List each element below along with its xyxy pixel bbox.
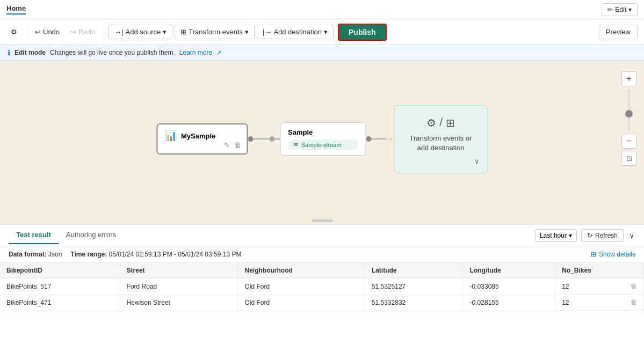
bottom-panel: Test result Authoring errors Last hour ▾…	[0, 224, 644, 345]
undo-button[interactable]: ↩ Undo	[31, 25, 64, 39]
zoom-in-button[interactable]: +	[621, 71, 636, 86]
table-cell: Ford Road	[120, 278, 238, 295]
fit-view-button[interactable]: ⊡	[621, 151, 636, 166]
edit-pencil-icon: ✏	[607, 6, 613, 13]
transform-node-title: Sample	[288, 128, 358, 136]
connector-line-1	[253, 138, 269, 140]
table-row: BikePoints_517Ford RoadOld Ford51.532512…	[0, 278, 644, 295]
dest-icons: ⚙ / ⊞	[426, 116, 455, 129]
add-source-label: Add source	[126, 28, 161, 36]
dest-line1: Transform events or	[410, 134, 472, 142]
toolbar-separator-2	[104, 26, 104, 39]
data-format-value: Json	[48, 251, 62, 258]
add-destination-button[interactable]: |→ Add destination ▾	[257, 25, 334, 39]
add-destination-label: Add destination	[273, 28, 322, 36]
data-info-row: Data format: Json Time range: 05/01/24 0…	[0, 246, 644, 263]
table-cell: 12🗑	[555, 295, 643, 311]
preview-button[interactable]: Preview	[599, 25, 638, 39]
table-body: BikePoints_517Ford RoadOld Ford51.532512…	[0, 278, 644, 311]
zoom-thumb	[625, 110, 633, 118]
toolbar-separator-1	[26, 26, 26, 39]
redo-button[interactable]: ↪ Redo	[66, 25, 99, 39]
dest-slash: /	[439, 116, 443, 129]
transform-dest-icon: ⚙	[426, 116, 436, 129]
time-range-value: 05/01/24 02:59:13 PM - 05/01/24 03:59:13…	[109, 251, 242, 258]
table-cell: BikePoints_471	[0, 295, 120, 311]
connector-1	[248, 136, 280, 142]
home-tab[interactable]: Home	[6, 4, 26, 14]
learn-more-link[interactable]: Learn more	[179, 49, 212, 56]
zoom-out-icon: −	[626, 136, 631, 146]
zoom-out-button[interactable]: −	[621, 134, 636, 149]
transform-node[interactable]: Sample ≋ Sample-stream	[280, 122, 366, 156]
time-range-info: Time range: 05/01/24 02:59:13 PM - 05/01…	[70, 251, 241, 258]
dest-line2: add destination	[417, 144, 464, 152]
transform-events-icon: ⊞	[180, 28, 186, 36]
connector-arrow-icon: →	[386, 135, 394, 143]
title-bar-right: ✏ Edit ▾	[602, 3, 638, 16]
edit-button[interactable]: ✏ Edit ▾	[602, 3, 638, 16]
table-cell: -0.033085	[463, 278, 555, 295]
add-destination-chevron-icon: ▾	[324, 28, 328, 36]
refresh-label: Refresh	[595, 232, 618, 239]
show-details-button[interactable]: ⊞ Show details	[591, 251, 635, 258]
tab-test-result[interactable]: Test result	[9, 226, 59, 244]
col-header-bikepointid: BikepointID	[0, 263, 120, 278]
publish-button[interactable]: Publish	[338, 24, 387, 41]
expand-panel-button[interactable]: ∨	[628, 230, 635, 241]
learn-more-external-icon: ↗	[216, 49, 221, 56]
expand-icon: ∨	[629, 231, 634, 240]
connector-dot-2	[269, 136, 274, 142]
redo-icon: ↪	[70, 28, 76, 36]
undo-icon: ↩	[35, 28, 41, 36]
table-scroll: BikepointID Street Neighbourhood Latitud…	[0, 263, 644, 345]
connector-2: →	[366, 135, 394, 143]
row-delete-icon[interactable]: 🗑	[630, 282, 637, 290]
time-range-select[interactable]: Last hour ▾	[535, 229, 577, 242]
refresh-icon: ↻	[587, 232, 592, 239]
data-format-label: Data format: Json	[9, 251, 62, 258]
source-node[interactable]: 📊 MySample ✎ 🗑	[156, 123, 248, 155]
add-source-button[interactable]: →| Add source ▾	[108, 25, 172, 39]
transform-events-label: Transform events	[189, 28, 243, 36]
show-details-label: Show details	[599, 251, 635, 258]
settings-button[interactable]: ⚙	[6, 25, 21, 39]
time-range-label: Last hour	[540, 232, 567, 239]
info-icon: ℹ	[8, 48, 10, 57]
title-bar-left: Home	[6, 4, 26, 14]
destination-node[interactable]: ⚙ / ⊞ Transform events or add destinatio…	[394, 105, 488, 173]
zoom-slider[interactable]	[628, 89, 630, 131]
edit-node-icon[interactable]: ✎	[224, 141, 230, 149]
row-delete-icon[interactable]: 🗑	[630, 298, 637, 306]
time-select-chevron-icon: ▾	[569, 232, 572, 239]
zoom-in-icon: +	[626, 74, 631, 84]
add-source-chevron-icon: ▾	[163, 28, 167, 36]
connector-dot-3	[366, 136, 371, 142]
table-cell: Hewison Street	[120, 295, 238, 311]
undo-label: Undo	[43, 28, 60, 36]
col-header-longitude: Longitude	[463, 263, 555, 278]
show-details-icon: ⊞	[591, 251, 596, 258]
refresh-button[interactable]: ↻ Refresh	[581, 229, 624, 242]
col-header-nobikes: No_Bikes	[555, 263, 644, 278]
connector-line-3	[371, 138, 386, 140]
edit-mode-message: Changes will go live once you publish th…	[50, 49, 175, 56]
add-destination-icon: |→	[263, 28, 271, 36]
connector-line-2	[274, 138, 280, 140]
dest-chevron-icon: ∨	[474, 157, 480, 165]
stream-label: Sample-stream	[301, 142, 342, 148]
dest-text: Transform events or add destination	[410, 133, 472, 152]
drag-handle[interactable]	[312, 219, 333, 222]
col-header-neighbourhood: Neighbourhood	[238, 263, 365, 278]
tab-authoring-errors[interactable]: Authoring errors	[59, 226, 124, 244]
transform-events-button[interactable]: ⊞ Transform events ▾	[175, 25, 255, 39]
table-cell: 51.5332832	[365, 295, 463, 311]
table-cell: Old Ford	[238, 278, 365, 295]
panel-tabs: Test result Authoring errors Last hour ▾…	[0, 225, 644, 246]
delete-node-icon[interactable]: 🗑	[234, 141, 241, 149]
flow-canvas: 📊 MySample ✎ 🗑 Sample ≋ Sample-stream	[0, 61, 644, 224]
flow-area: 📊 MySample ✎ 🗑 Sample ≋ Sample-stream	[156, 105, 488, 173]
col-header-latitude: Latitude	[365, 263, 463, 278]
panel-tabs-right: Last hour ▾ ↻ Refresh ∨	[535, 229, 635, 242]
table-cell: -0.028155	[463, 295, 555, 311]
